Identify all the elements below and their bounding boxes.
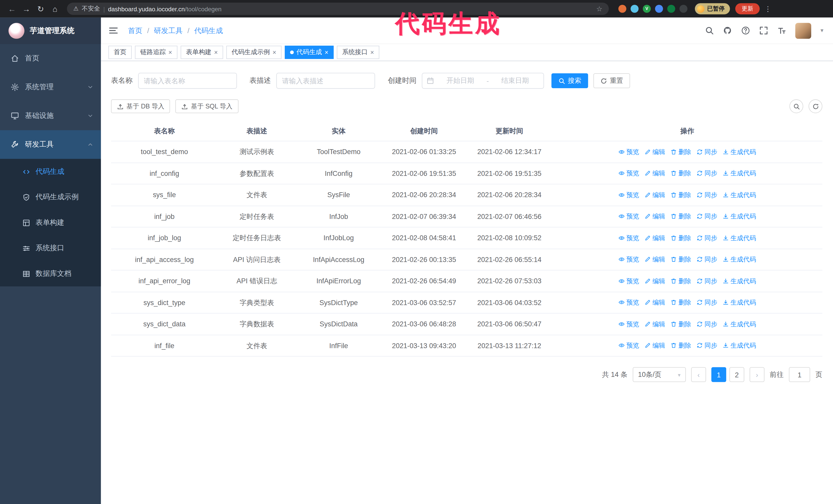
edit-link[interactable]: 编辑 [644,169,665,178]
preview-link[interactable]: 预览 [618,147,639,157]
tab-close-icon[interactable]: × [325,49,329,56]
user-avatar[interactable] [795,23,811,39]
preview-link[interactable]: 预览 [618,233,639,242]
search-button[interactable]: 搜索 [551,73,588,88]
delete-link[interactable]: 删除 [670,255,691,264]
edit-link[interactable]: 编辑 [644,255,665,264]
sidebar-subitem-api[interactable]: 系统接口 [0,235,101,261]
tab-close-icon[interactable]: × [272,49,276,56]
delete-link[interactable]: 删除 [670,169,691,178]
sidebar-subitem-db[interactable]: 数据库文档 [0,261,101,286]
goto-page-input[interactable] [789,367,810,382]
tab-close-icon[interactable]: × [214,49,218,56]
collapse-sidebar-icon[interactable] [109,25,118,35]
extension-icon[interactable] [618,5,626,13]
sync-link[interactable]: 同步 [696,190,717,200]
edit-link[interactable]: 编辑 [644,319,665,329]
edit-link[interactable]: 编辑 [644,297,665,307]
fullscreen-icon[interactable] [759,26,768,35]
generate-code-link[interactable]: 生成代码 [722,319,756,329]
preview-link[interactable]: 预览 [618,212,639,221]
sync-link[interactable]: 同步 [696,276,717,286]
help-icon[interactable] [741,26,750,35]
app-logo[interactable]: 芋道管理系统 [0,18,101,44]
sync-link[interactable]: 同步 [696,212,717,221]
extension-icon[interactable] [680,5,687,13]
delete-link[interactable]: 删除 [670,319,691,329]
delete-link[interactable]: 删除 [670,276,691,286]
toggle-search-button[interactable] [789,99,803,113]
generate-code-link[interactable]: 生成代码 [722,297,756,307]
extension-icon[interactable] [667,5,675,13]
security-label[interactable]: 不安全 [82,5,100,13]
sidebar-item-tools[interactable]: 研发工具 [0,130,101,159]
sync-link[interactable]: 同步 [696,255,717,264]
generate-code-link[interactable]: 生成代码 [722,341,756,350]
refresh-table-button[interactable] [809,99,823,113]
breadcrumb-item[interactable]: 首页 [128,26,143,35]
preview-link[interactable]: 预览 [618,341,639,350]
user-menu-caret-icon[interactable]: ▾ [820,27,823,34]
tab-close-icon[interactable]: × [168,49,172,56]
generate-code-link[interactable]: 生成代码 [722,169,756,178]
extension-icon[interactable] [630,5,639,13]
sidebar-subitem-form[interactable]: 表单构建 [0,210,101,235]
tab-item[interactable]: 代码生成示例× [226,46,282,59]
sidebar-item-system[interactable]: 系统管理 [0,73,101,101]
preview-link[interactable]: 预览 [618,169,639,178]
edit-link[interactable]: 编辑 [644,276,665,286]
browser-menu-icon[interactable]: ⋮ [763,5,773,13]
generate-code-link[interactable]: 生成代码 [722,255,756,264]
import-db-button[interactable]: 基于 DB 导入 [111,99,170,113]
bookmark-star-icon[interactable]: ☆ [596,5,602,13]
delete-link[interactable]: 删除 [670,190,691,200]
generate-code-link[interactable]: 生成代码 [722,190,756,200]
sync-link[interactable]: 同步 [696,147,717,157]
extension-icon[interactable] [655,5,663,13]
search-icon[interactable] [705,26,714,35]
delete-link[interactable]: 删除 [670,147,691,157]
sidebar-item-infra[interactable]: 基础设施 [0,101,101,130]
edit-link[interactable]: 编辑 [644,341,665,350]
generate-code-link[interactable]: 生成代码 [722,233,756,242]
preview-link[interactable]: 预览 [618,297,639,307]
edit-link[interactable]: 编辑 [644,190,665,200]
sidebar-subitem-example[interactable]: 代码生成示例 [0,184,101,210]
tab-item[interactable]: 表单构建× [181,46,223,59]
reload-button[interactable]: ↻ [34,2,47,16]
browser-home-button[interactable]: ⌂ [48,2,62,16]
url-bar[interactable]: ⚠ 不安全 | dashboard.yudao.iocoder.cn/tool/… [67,3,609,15]
page-size-select[interactable]: 10条/页 ▾ [633,367,686,382]
tab-item[interactable]: 链路追踪× [135,46,177,59]
sync-link[interactable]: 同步 [696,297,717,307]
edit-link[interactable]: 编辑 [644,233,665,242]
extension-icon[interactable]: V [643,5,651,13]
breadcrumb-item[interactable]: 研发工具 [154,26,183,35]
delete-link[interactable]: 删除 [670,341,691,350]
preview-link[interactable]: 预览 [618,276,639,286]
sync-link[interactable]: 同步 [696,341,717,350]
next-page-button[interactable]: › [750,367,765,382]
generate-code-link[interactable]: 生成代码 [722,276,756,286]
sidebar-subitem-code[interactable]: 代码生成 [0,159,101,184]
breadcrumb-item[interactable]: 代码生成 [194,26,223,35]
preview-link[interactable]: 预览 [618,319,639,329]
delete-link[interactable]: 删除 [670,233,691,242]
table-desc-input[interactable] [276,73,375,89]
import-sql-button[interactable]: 基于 SQL 导入 [175,99,238,113]
reset-button[interactable]: 重置 [593,73,630,88]
date-range-picker[interactable]: 开始日期 - 结束日期 [422,73,544,89]
preview-link[interactable]: 预览 [618,255,639,264]
tab-item[interactable]: 代码生成× [285,46,334,59]
generate-code-link[interactable]: 生成代码 [722,212,756,221]
page-button[interactable]: 1 [711,367,726,382]
paused-badge[interactable]: 已暂停 [695,3,730,14]
prev-page-button[interactable]: ‹ [691,367,706,382]
edit-link[interactable]: 编辑 [644,212,665,221]
github-icon[interactable] [723,26,732,35]
delete-link[interactable]: 删除 [670,212,691,221]
tab-close-icon[interactable]: × [371,49,374,56]
generate-code-link[interactable]: 生成代码 [722,147,756,157]
tab-item[interactable]: 系统接口× [337,46,379,59]
sync-link[interactable]: 同步 [696,319,717,329]
